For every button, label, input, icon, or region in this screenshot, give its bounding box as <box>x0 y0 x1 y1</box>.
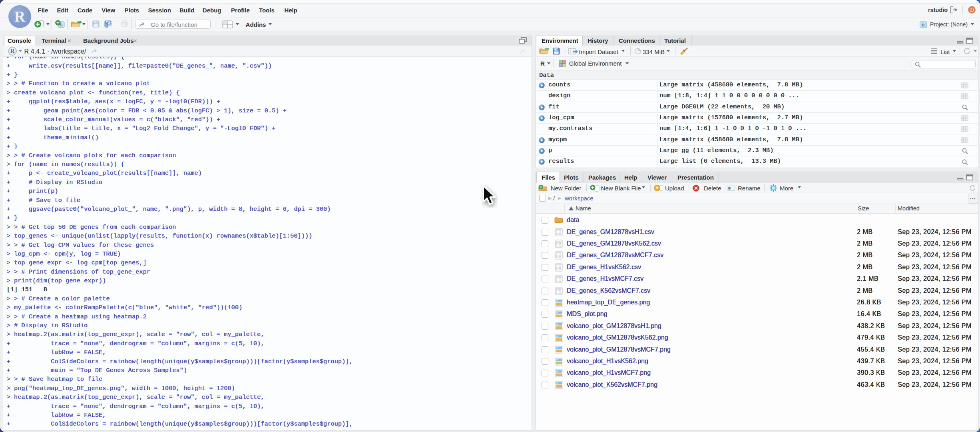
svg-text:R: R <box>922 22 925 27</box>
